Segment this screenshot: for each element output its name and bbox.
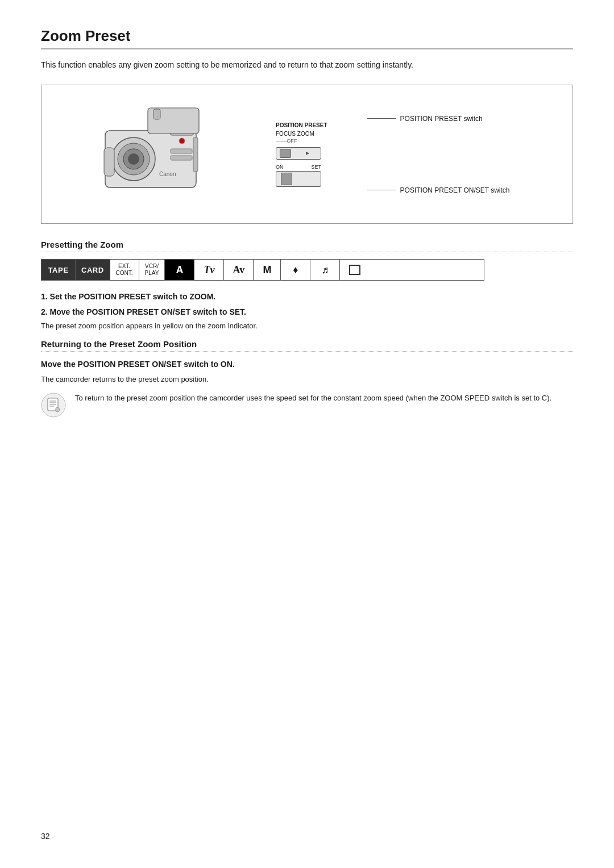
svg-rect-13: [104, 148, 114, 176]
svg-rect-8: [193, 137, 198, 172]
diagram-box: Canon POSITION PRESET FOCUS ZOOM ───OFF …: [41, 85, 573, 224]
move-step: Move the POSITION PRESET ON/SET switch t…: [41, 358, 573, 370]
mode-icon-a: A: [165, 260, 194, 280]
off-label-panel: ───OFF: [276, 138, 297, 144]
panel-label: POSITION PRESET: [276, 122, 327, 128]
mode-sport: ♬: [310, 260, 340, 280]
presetting-rule: [41, 252, 573, 252]
svg-rect-11: [171, 156, 192, 160]
svg-text:Canon: Canon: [159, 171, 176, 177]
page-number: 32: [41, 832, 50, 841]
mode-ext-cont: EXT.CONT.: [110, 260, 139, 280]
mode-square: [340, 260, 370, 280]
step-1: 1. Set the POSITION PRESET switch to ZOO…: [41, 291, 573, 303]
mode-portrait: ♦: [281, 260, 310, 280]
returning-section: Returning to the Preset Zoom Position Mo…: [41, 339, 573, 418]
camcorder-note: The camcorder returns to the preset zoom…: [41, 375, 573, 383]
svg-rect-10: [171, 149, 192, 153]
annotation-bottom: POSITION PRESET ON/SET switch: [367, 186, 510, 194]
mode-bar: TAPE CARD EXT.CONT. VCR/PLAY A Tv Av M ♦…: [41, 259, 484, 281]
diagram-annotations: POSITION PRESET switch POSITION PRESET O…: [362, 115, 510, 194]
annotation-top: POSITION PRESET switch: [367, 115, 510, 123]
focus-zoom-label: FOCUS ZOOM: [276, 131, 314, 137]
svg-point-9: [179, 138, 185, 144]
returning-rule: [41, 351, 573, 352]
mode-m: M: [254, 260, 281, 280]
mode-card: CARD: [76, 260, 110, 280]
tip-text: To return to the preset zoom position th…: [75, 393, 573, 404]
returning-heading: Returning to the Preset Zoom Position: [41, 339, 573, 349]
page-title: Zoom Preset: [41, 27, 573, 49]
svg-point-4: [128, 153, 139, 165]
camera-illustration: Canon: [60, 97, 242, 212]
mode-tape: TAPE: [42, 260, 76, 280]
mode-vcr-play: VCR/PLAY: [139, 260, 165, 280]
control-panel-area: POSITION PRESET FOCUS ZOOM ───OFF ▶ ONSE…: [276, 122, 327, 187]
position-preset-switch: ▶: [276, 147, 321, 160]
step-2-note: The preset zoom position appears in yell…: [41, 322, 573, 330]
step-2: 2. Move the POSITION PRESET ON/SET switc…: [41, 306, 573, 318]
tip-row: To return to the preset zoom position th…: [41, 393, 573, 418]
intro-text: This function enables any given zoom set…: [41, 59, 518, 71]
mode-av: Av: [224, 260, 254, 280]
presetting-heading: Presetting the Zoom: [41, 240, 573, 249]
presetting-section: Presetting the Zoom TAPE CARD EXT.CONT. …: [41, 240, 573, 330]
mode-tv: Tv: [194, 260, 224, 280]
svg-rect-7: [154, 109, 160, 119]
on-set-switch: ONSET: [276, 164, 321, 187]
tip-icon: [41, 393, 66, 418]
